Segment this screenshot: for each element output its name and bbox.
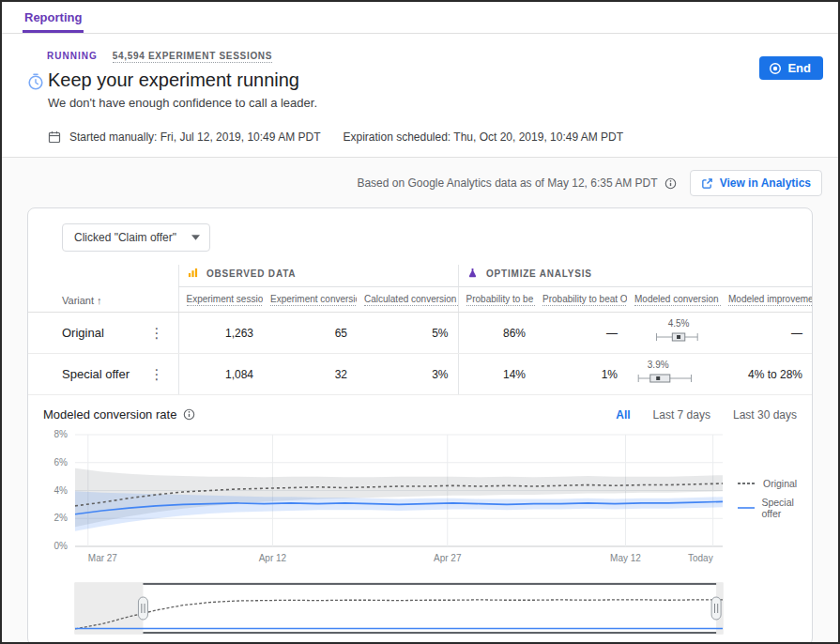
svg-text:Mar 27: Mar 27 bbox=[88, 553, 118, 563]
tab-bar: Reporting bbox=[2, 2, 838, 34]
report-card: Clicked "Claim offer" OBSERVED DATA bbox=[27, 207, 813, 644]
probability-beat-original-value: 1% bbox=[535, 354, 627, 395]
experiment-header: RUNNING 54,594 EXPERIMENT SESSIONS Keep … bbox=[2, 34, 838, 157]
brush-handle-left[interactable] bbox=[138, 597, 147, 620]
svg-text:6%: 6% bbox=[54, 457, 69, 468]
svg-text:0%: 0% bbox=[54, 541, 69, 551]
bar-chart-icon bbox=[188, 268, 198, 278]
data-freshness-text: Based on Google Analytics data as of May… bbox=[357, 176, 657, 190]
calculated-rate-value: 5% bbox=[357, 313, 458, 354]
report-section: Based on Google Analytics data as of May… bbox=[2, 157, 838, 644]
chevron-down-icon bbox=[191, 235, 200, 240]
page-title: Keep your experiment running bbox=[48, 69, 317, 91]
results-table: OBSERVED DATA OPTIMIZE ANALYSIS Variant … bbox=[28, 265, 812, 395]
legend-original: Original bbox=[738, 478, 812, 489]
filter-last-30-days[interactable]: Last 30 days bbox=[733, 408, 797, 422]
svg-text:2%: 2% bbox=[54, 513, 69, 523]
svg-text:Apr 27: Apr 27 bbox=[434, 553, 462, 563]
column-header-experiment-sessions: Experiment sessions bbox=[178, 287, 263, 313]
end-button[interactable]: End bbox=[759, 56, 823, 80]
column-header-modeled-improvement: Modeled improvement bbox=[721, 287, 812, 313]
brush-handle-right[interactable] bbox=[711, 597, 721, 620]
svg-text:Apr 12: Apr 12 bbox=[259, 553, 287, 563]
status-badge: RUNNING bbox=[47, 51, 98, 61]
svg-text:Today: Today bbox=[688, 553, 713, 563]
probability-best-value: 14% bbox=[458, 354, 535, 395]
info-icon[interactable] bbox=[183, 408, 195, 421]
calculated-rate-value: 3% bbox=[357, 354, 458, 395]
modeled-rate-boxplot: 3.9% bbox=[631, 376, 717, 389]
table-row-original: Original ⋮ 1,263 65 5% 86% — 4.5% — bbox=[28, 313, 812, 354]
column-header-variant[interactable]: Variant ↑ bbox=[28, 287, 178, 313]
external-link-icon bbox=[701, 177, 713, 190]
svg-text:4%: 4% bbox=[54, 485, 69, 496]
legend-special-offer: Special offer bbox=[738, 497, 812, 519]
timer-icon bbox=[26, 72, 45, 91]
svg-text:8%: 8% bbox=[54, 429, 69, 439]
chart-legend: Original Special offer bbox=[738, 478, 812, 519]
modeled-improvement-value: — bbox=[721, 313, 812, 354]
variant-name: Original bbox=[62, 326, 104, 340]
info-icon[interactable] bbox=[664, 177, 677, 190]
filter-last-7-days[interactable]: Last 7 days bbox=[653, 408, 710, 422]
observed-data-group-header: OBSERVED DATA bbox=[178, 265, 458, 287]
column-header-probability-to-be-best: Probability to be best bbox=[458, 287, 535, 313]
modeled-rate-cell: 4.5% bbox=[627, 313, 721, 354]
conversions-value: 65 bbox=[263, 313, 357, 354]
modeled-rate-boxplot: 4.5% bbox=[631, 334, 717, 347]
end-experiment-icon bbox=[769, 62, 782, 75]
view-in-analytics-button[interactable]: View in Analytics bbox=[690, 170, 822, 196]
sessions-value: 1,084 bbox=[178, 354, 263, 395]
conversions-value: 32 bbox=[263, 354, 357, 395]
svg-text:May 12: May 12 bbox=[610, 553, 641, 563]
column-header-modeled-conversion-rate: Modeled conversion rate bbox=[627, 287, 721, 313]
probability-best-value: 86% bbox=[458, 313, 535, 354]
optimize-flask-icon bbox=[467, 268, 478, 278]
table-row-special-offer: Special offer ⋮ 1,084 32 3% 14% 1% 3.9% … bbox=[28, 354, 812, 395]
kebab-menu-icon[interactable]: ⋮ bbox=[147, 325, 167, 342]
modeled-conversion-rate-chart: 0%2%4%6%8%Mar 27Apr 12Apr 27May 12Today bbox=[28, 429, 810, 570]
sort-ascending-icon: ↑ bbox=[97, 295, 102, 306]
svg-text:3.9%: 3.9% bbox=[648, 360, 669, 370]
calendar-icon bbox=[48, 130, 61, 144]
column-header-probability-to-beat-original: Probability to beat Original bbox=[535, 287, 627, 313]
modeled-improvement-value: 4% to 28% bbox=[721, 354, 812, 395]
variant-name: Special offer bbox=[62, 367, 130, 381]
objective-dropdown[interactable]: Clicked "Claim offer" bbox=[62, 223, 210, 252]
svg-text:4.5%: 4.5% bbox=[668, 318, 690, 329]
time-range-brush[interactable] bbox=[28, 581, 810, 636]
kebab-menu-icon[interactable]: ⋮ bbox=[147, 366, 167, 383]
sessions-value: 1,263 bbox=[178, 313, 263, 354]
page-subtitle: We don't have enough confidence to call … bbox=[48, 96, 317, 110]
start-date-text: Started manually: Fri, Jul 12, 2019, 10:… bbox=[69, 130, 320, 144]
experiment-sessions-count: 54,594 EXPERIMENT SESSIONS bbox=[113, 51, 272, 63]
chart-title: Modeled conversion rate bbox=[43, 407, 176, 422]
modeled-rate-cell: 3.9% bbox=[627, 354, 721, 395]
column-header-experiment-conversions: Experiment conversions bbox=[263, 287, 357, 313]
app-window: Reporting RUNNING 54,594 EXPERIMENT SESS… bbox=[0, 0, 840, 644]
probability-beat-original-value: — bbox=[535, 313, 627, 354]
expiration-date-text: Expiration scheduled: Thu, Oct 20, 2019,… bbox=[343, 130, 623, 144]
filter-all[interactable]: All bbox=[616, 408, 630, 422]
column-header-calculated-conversion-rate: Calculated conversion rate bbox=[357, 287, 458, 313]
tab-reporting[interactable]: Reporting bbox=[23, 2, 84, 33]
optimize-analysis-group-header: OPTIMIZE ANALYSIS bbox=[458, 265, 812, 287]
